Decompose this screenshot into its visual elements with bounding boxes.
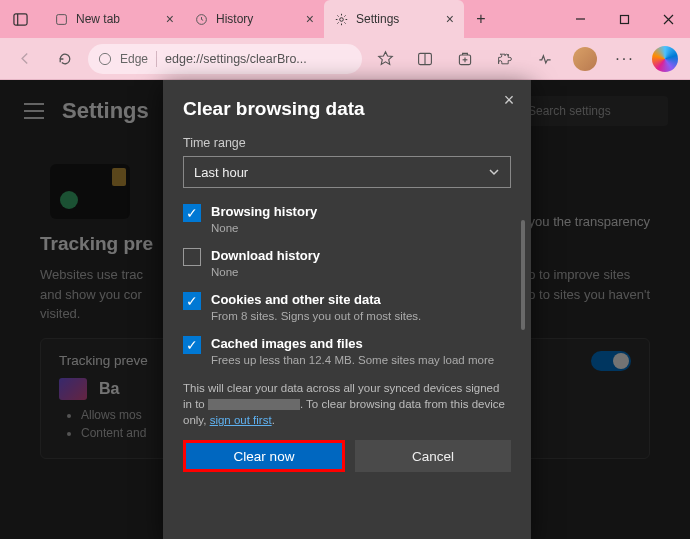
tab-history[interactable]: History × (184, 0, 324, 38)
checkbox-row-cache[interactable]: ✓ Cached images and files Frees up less … (183, 336, 511, 368)
copilot-icon (652, 46, 678, 72)
tab-label: History (216, 12, 253, 26)
checkbox[interactable] (183, 248, 201, 266)
select-value: Last hour (194, 165, 248, 180)
engine-label: Edge (120, 52, 148, 66)
divider (156, 51, 157, 67)
split-screen-button[interactable] (408, 43, 442, 75)
toolbar: Edge edge://settings/clearBro... ··· (0, 38, 690, 80)
cancel-button[interactable]: Cancel (355, 440, 511, 472)
svg-rect-2 (56, 14, 66, 24)
svg-rect-6 (620, 15, 628, 23)
performance-button[interactable] (528, 43, 562, 75)
close-icon[interactable]: × (166, 11, 174, 27)
refresh-button[interactable] (48, 43, 82, 75)
favorite-button[interactable] (368, 43, 402, 75)
tab-strip: New tab × History × Settings × + (40, 0, 558, 38)
extensions-button[interactable] (488, 43, 522, 75)
clear-now-button[interactable]: Clear now (183, 440, 345, 472)
checkbox-row-browsing-history[interactable]: ✓ Browsing history None (183, 204, 511, 236)
copilot-button[interactable] (648, 43, 682, 75)
svg-rect-0 (13, 13, 26, 24)
new-tab-button[interactable]: + (464, 0, 498, 38)
profile-button[interactable] (568, 43, 602, 75)
chevron-down-icon (488, 166, 500, 178)
address-bar[interactable]: Edge edge://settings/clearBro... (88, 44, 362, 74)
tab-new-tab[interactable]: New tab × (44, 0, 184, 38)
check-title: Cookies and other site data (211, 292, 421, 307)
close-icon[interactable]: × (446, 11, 454, 27)
collections-button[interactable] (448, 43, 482, 75)
avatar (573, 47, 597, 71)
check-subtitle: From 8 sites. Signs you out of most site… (211, 309, 421, 324)
checkbox-row-download-history[interactable]: Download history None (183, 248, 511, 280)
maximize-button[interactable] (602, 0, 646, 38)
check-subtitle: Frees up less than 12.4 MB. Some sites m… (211, 353, 494, 368)
page-icon (54, 12, 68, 26)
checkbox[interactable]: ✓ (183, 204, 201, 222)
check-title: Cached images and files (211, 336, 494, 351)
redacted-account (208, 399, 300, 410)
check-title: Download history (211, 248, 320, 263)
tab-label: Settings (356, 12, 399, 26)
url-text: edge://settings/clearBro... (165, 52, 307, 66)
scrollbar[interactable] (521, 220, 525, 330)
check-subtitle: None (211, 265, 320, 280)
clear-browsing-data-dialog: × Clear browsing data Time range Last ho… (163, 80, 531, 539)
tab-settings[interactable]: Settings × (324, 0, 464, 38)
check-subtitle: None (211, 221, 317, 236)
sign-out-link[interactable]: sign out first (210, 414, 272, 426)
window-controls (558, 0, 690, 38)
sync-notice: This will clear your data across all you… (183, 380, 511, 428)
dialog-button-row: Clear now Cancel (183, 440, 511, 472)
tab-label: New tab (76, 12, 120, 26)
history-icon (194, 12, 208, 26)
checkbox[interactable]: ✓ (183, 292, 201, 310)
check-title: Browsing history (211, 204, 317, 219)
content-area: Settings Search settings g you the trans… (0, 80, 690, 539)
svg-point-7 (99, 53, 110, 64)
tab-actions-icon[interactable] (0, 0, 40, 38)
close-dialog-button[interactable]: × (499, 90, 519, 110)
time-range-select[interactable]: Last hour (183, 156, 511, 188)
time-range-label: Time range (183, 136, 511, 150)
close-icon[interactable]: × (306, 11, 314, 27)
gear-icon (334, 12, 348, 26)
svg-point-4 (339, 17, 343, 21)
checkbox[interactable]: ✓ (183, 336, 201, 354)
minimize-button[interactable] (558, 0, 602, 38)
dialog-title: Clear browsing data (183, 98, 511, 120)
checkbox-row-cookies[interactable]: ✓ Cookies and other site data From 8 sit… (183, 292, 511, 324)
edge-icon (98, 52, 112, 66)
title-bar: New tab × History × Settings × + (0, 0, 690, 38)
more-button[interactable]: ··· (608, 43, 642, 75)
back-button[interactable] (8, 43, 42, 75)
close-window-button[interactable] (646, 0, 690, 38)
